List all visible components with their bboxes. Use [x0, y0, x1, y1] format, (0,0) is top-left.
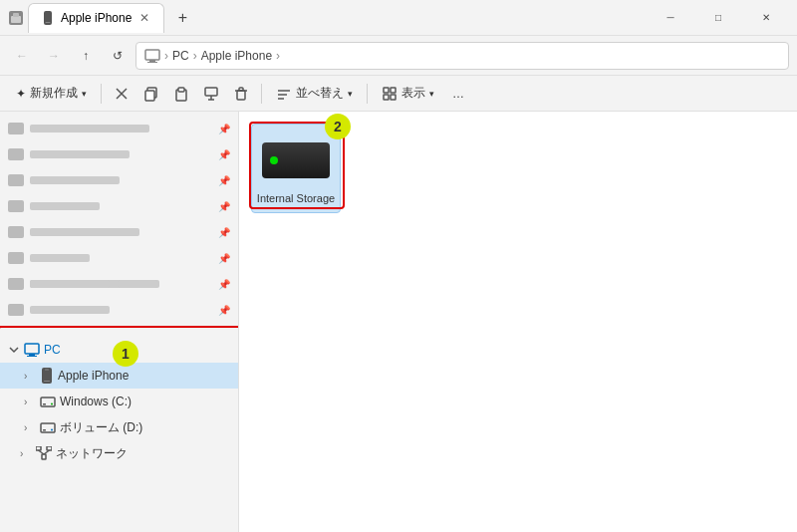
- active-tab[interactable]: Apple iPhone ✕: [28, 3, 164, 33]
- blur-text-6: [30, 254, 90, 262]
- more-button[interactable]: …: [444, 80, 472, 108]
- paste-button[interactable]: [167, 80, 195, 108]
- new-chevron-icon: ▾: [82, 89, 87, 99]
- cut-button[interactable]: [108, 80, 135, 108]
- sidebar-blurred-2: 📌: [0, 141, 238, 167]
- app-icon: [8, 10, 24, 26]
- breadcrumb-bar[interactable]: › PC › Apple iPhone ›: [135, 42, 789, 70]
- blur-text-8: [30, 306, 110, 314]
- svg-rect-39: [42, 454, 46, 459]
- svg-rect-7: [147, 62, 157, 63]
- sidebar-blurred-6: 📌: [0, 245, 238, 271]
- pc-sidebar-icon: [24, 342, 40, 358]
- sort-chevron-icon: ▾: [348, 89, 353, 99]
- badge-2: 2: [325, 114, 351, 139]
- blur-icon-5: [8, 226, 24, 238]
- windows-chevron-icon: ›: [24, 397, 36, 407]
- back-button[interactable]: ←: [8, 42, 36, 70]
- forward-button[interactable]: →: [40, 42, 68, 70]
- view-button[interactable]: 表示 ▾: [374, 80, 442, 108]
- svg-rect-1: [11, 16, 21, 23]
- pin-icon-2: 📌: [218, 149, 230, 160]
- window-controls: ─ □ ✕: [648, 4, 789, 32]
- windows-c-label: Windows (C:): [60, 395, 132, 408]
- up-button[interactable]: ↑: [72, 42, 100, 70]
- svg-rect-25: [384, 95, 389, 100]
- sort-label: 並べ替え: [296, 85, 344, 102]
- pin-icon-3: 📌: [218, 175, 230, 186]
- sidebar-blurred-7: 📌: [0, 271, 238, 297]
- sort-icon: [276, 86, 292, 102]
- svg-rect-36: [41, 423, 55, 432]
- svg-rect-32: [45, 370, 49, 371]
- new-create-label: 新規作成: [30, 85, 78, 102]
- bc-pc[interactable]: PC: [172, 49, 189, 63]
- new-tab-button[interactable]: +: [168, 4, 196, 32]
- volume-d-label: ボリューム (D:): [60, 419, 142, 436]
- close-button[interactable]: ✕: [743, 4, 789, 32]
- sidebar-item-apple-iphone[interactable]: › Apple iPhone: [0, 363, 238, 389]
- badge-1: 1: [113, 341, 138, 367]
- maximize-button[interactable]: □: [695, 4, 741, 32]
- internal-storage-item[interactable]: Internal Storage: [251, 124, 341, 213]
- pc-icon: [144, 48, 160, 64]
- blur-text-7: [30, 280, 159, 288]
- svg-rect-4: [46, 22, 51, 23]
- storage-led: [270, 156, 278, 164]
- pc-section: 1 PC › Apple iP: [0, 337, 238, 440]
- bc-sep2: ›: [193, 49, 197, 63]
- view-chevron-icon: ▾: [429, 89, 434, 99]
- chevron-down-icon: [8, 344, 20, 356]
- svg-rect-14: [205, 88, 217, 96]
- pc-label: PC: [44, 343, 61, 357]
- rename-button[interactable]: [197, 80, 225, 108]
- drive-c-icon: [40, 394, 56, 409]
- svg-point-35: [51, 403, 53, 405]
- svg-point-38: [51, 429, 53, 431]
- sidebar-blurred-3: 📌: [0, 167, 238, 193]
- content-area: 2 Internal Storage: [239, 112, 797, 532]
- refresh-button[interactable]: ↺: [104, 42, 132, 70]
- sidebar-item-network[interactable]: › ネットワーク: [0, 440, 238, 466]
- svg-rect-5: [145, 50, 159, 60]
- internal-storage-wrapper: 2 Internal Storage: [251, 124, 341, 213]
- svg-rect-28: [29, 354, 35, 356]
- file-grid: 2 Internal Storage: [251, 124, 785, 213]
- tab-iphone-icon: [41, 11, 55, 25]
- storage-icon-wrapper: [260, 133, 332, 188]
- blur-icon-2: [8, 148, 24, 160]
- sidebar: 📌 📌 📌 📌 📌: [0, 112, 239, 532]
- pin-icon-4: 📌: [218, 201, 230, 212]
- new-create-button[interactable]: ✦ 新規作成 ▾: [8, 80, 95, 108]
- tab-label: Apple iPhone: [61, 11, 132, 25]
- copy-icon: [143, 86, 159, 102]
- iphone-chevron-icon: ›: [24, 371, 36, 382]
- sidebar-item-volume-d[interactable]: › ボリューム (D:): [0, 414, 238, 440]
- internal-storage-label: Internal Storage: [257, 192, 335, 204]
- iphone-sidebar-icon: [40, 368, 54, 384]
- sidebar-blurred-1: 📌: [0, 116, 238, 141]
- network-chevron-icon: ›: [20, 448, 32, 459]
- tab-close-button[interactable]: ✕: [137, 11, 151, 25]
- delete-button[interactable]: [227, 80, 255, 108]
- bc-iphone[interactable]: Apple iPhone: [201, 49, 272, 63]
- blur-icon-1: [8, 123, 24, 134]
- svg-rect-41: [47, 446, 52, 450]
- svg-rect-34: [43, 403, 46, 405]
- apple-iphone-label: Apple iPhone: [58, 369, 129, 383]
- svg-rect-19: [239, 88, 243, 91]
- copy-button[interactable]: [137, 80, 165, 108]
- sort-button[interactable]: 並べ替え ▾: [268, 80, 361, 108]
- sidebar-blurred-4: 📌: [0, 193, 238, 219]
- svg-rect-27: [25, 344, 39, 354]
- pin-icon-5: 📌: [218, 227, 230, 238]
- svg-rect-40: [36, 446, 41, 450]
- minimize-button[interactable]: ─: [648, 4, 693, 32]
- blur-icon-3: [8, 174, 24, 186]
- sidebar-blurred-8: 📌: [0, 297, 238, 323]
- rename-icon: [203, 86, 219, 102]
- svg-rect-31: [44, 381, 50, 382]
- cmd-sep2: [261, 84, 262, 104]
- addressbar: ← → ↑ ↺ › PC › Apple iPhone ›: [0, 36, 797, 76]
- sidebar-item-windows-c[interactable]: › Windows (C:): [0, 389, 238, 414]
